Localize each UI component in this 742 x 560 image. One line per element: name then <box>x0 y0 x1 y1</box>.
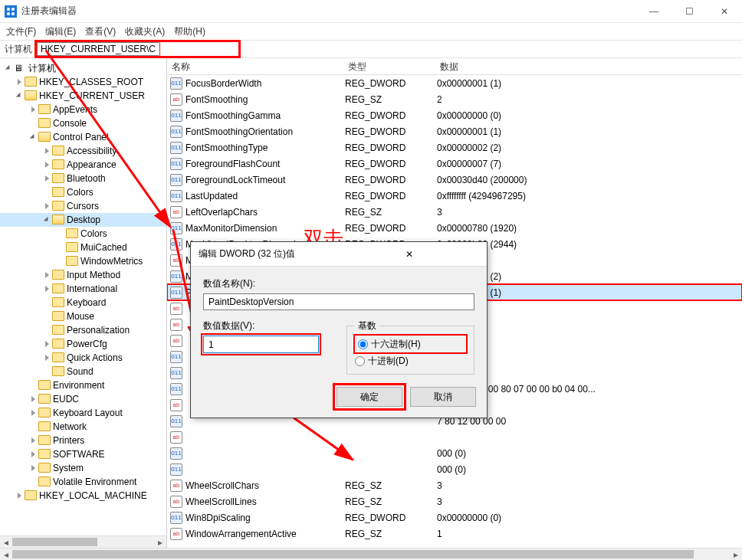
hscroll-thumb[interactable] <box>12 538 97 546</box>
chevron-icon[interactable] <box>41 286 52 292</box>
tree-item-hkey-local-machine[interactable]: HKEY_LOCAL_MACHINE <box>0 489 166 503</box>
tree-item-accessibility[interactable]: Accessibility <box>0 144 166 158</box>
chevron-icon[interactable] <box>41 175 52 182</box>
tree-item-hkey-classes-root[interactable]: HKEY_CLASSES_ROOT <box>0 75 166 89</box>
menu-favorites[interactable]: 收藏夹(A) <box>125 25 165 38</box>
tree-item-colors[interactable]: Colors <box>0 185 166 199</box>
list-row[interactable]: 011 000 (0) <box>167 445 742 461</box>
col-type[interactable]: 类型 <box>343 58 435 74</box>
tree-item-powercfg[interactable]: PowerCfg <box>0 337 166 351</box>
list-row[interactable]: 011Win8DpiScalingREG_DWORD0x00000000 (0) <box>167 509 742 526</box>
chevron-icon[interactable] <box>14 79 25 85</box>
radio-hex-row[interactable]: 十六进制(H) <box>355 336 466 352</box>
tree-item-desktop[interactable]: Desktop <box>0 213 166 227</box>
chevron-icon[interactable] <box>28 437 38 444</box>
tree-item-appevents[interactable]: AppEvents <box>0 103 166 116</box>
hscroll-right-icon[interactable]: ▸ <box>154 536 166 548</box>
close-button[interactable]: ✕ <box>707 0 742 22</box>
tree-item--[interactable]: 计算机 <box>0 61 166 75</box>
tree-label: Keyboard <box>67 297 106 308</box>
tree-item-cursors[interactable]: Cursors <box>0 199 166 213</box>
maximize-button[interactable]: ☐ <box>671 0 707 22</box>
list-row[interactable]: ab <box>167 429 742 445</box>
hscroll-thumb[interactable] <box>12 550 694 558</box>
list-row[interactable]: 011ForegroundFlashCountREG_DWORD0x000000… <box>167 156 742 172</box>
hscroll-left-icon[interactable]: ◂ <box>0 536 12 548</box>
list-row[interactable]: 011 000 (0) <box>167 461 742 477</box>
radio-dec[interactable] <box>355 356 365 366</box>
window-hscroll[interactable]: ◂ ▸ <box>0 548 742 560</box>
list-row[interactable]: abWheelScrollLinesREG_SZ3 <box>167 493 742 509</box>
tree-item-volatile-environment[interactable]: Volatile Environment <box>0 475 166 489</box>
chevron-icon[interactable] <box>41 355 52 361</box>
tree-item-printers[interactable]: Printers <box>0 434 166 447</box>
hscroll-left-icon[interactable]: ◂ <box>0 549 12 560</box>
list-row[interactable]: 011FontSmoothingOrientationREG_DWORD0x00… <box>167 123 742 139</box>
hscroll-right-icon[interactable]: ▸ <box>730 549 742 560</box>
chevron-icon[interactable] <box>28 465 38 471</box>
chevron-icon[interactable] <box>28 134 38 140</box>
tree-item-sound[interactable]: Sound <box>0 365 166 378</box>
tree-item-bluetooth[interactable]: Bluetooth <box>0 172 166 185</box>
tree-item-international[interactable]: International <box>0 282 166 296</box>
tree-item-software[interactable]: SOFTWARE <box>0 447 166 461</box>
value-data-input[interactable] <box>203 336 319 353</box>
tree-hscroll[interactable]: ◂ ▸ <box>0 535 166 548</box>
cancel-button[interactable]: 取消 <box>410 387 476 407</box>
tree-item-network[interactable]: Network <box>0 420 166 434</box>
tree-item-mouse[interactable]: Mouse <box>0 309 166 323</box>
chevron-icon[interactable] <box>41 148 52 154</box>
col-data[interactable]: 数据 <box>435 58 742 74</box>
dialog-close-icon[interactable]: ✕ <box>339 249 479 260</box>
string-icon: ab <box>170 206 182 218</box>
chevron-icon[interactable] <box>28 396 38 402</box>
tree-item-personalization[interactable]: Personalization <box>0 323 166 337</box>
list-row[interactable]: 011FocusBorderWidthREG_DWORD0x00000001 (… <box>167 75 742 91</box>
chevron-icon[interactable] <box>41 203 52 209</box>
list-row[interactable]: abWheelScrollCharsREG_SZ3 <box>167 477 742 493</box>
tree-item-muicached[interactable]: MuiCached <box>0 241 166 254</box>
chevron-icon[interactable] <box>3 65 14 71</box>
chevron-icon[interactable] <box>41 341 52 347</box>
dialog-titlebar[interactable]: 编辑 DWORD (32 位)值 ✕ <box>191 242 487 267</box>
menu-edit[interactable]: 编辑(E) <box>45 25 76 38</box>
tree-item-appearance[interactable]: Appearance <box>0 158 166 172</box>
list-row[interactable]: 011MaxMonitorDimensionREG_DWORD0x0000078… <box>167 220 742 236</box>
tree-item-input-method[interactable]: Input Method <box>0 268 166 282</box>
list-row[interactable]: 011FontSmoothingTypeREG_DWORD0x00000002 … <box>167 139 742 156</box>
radio-hex[interactable] <box>358 339 368 349</box>
chevron-icon[interactable] <box>41 217 52 223</box>
tree-item-eudc[interactable]: EUDC <box>0 392 166 406</box>
list-row[interactable]: abWindowArrangementActiveREG_SZ1 <box>167 526 742 542</box>
address-input[interactable] <box>37 42 159 56</box>
tree-item-control-panel[interactable]: Control Panel <box>0 130 166 144</box>
minimize-button[interactable]: — <box>636 0 671 22</box>
tree-item-quick-actions[interactable]: Quick Actions <box>0 351 166 365</box>
chevron-icon[interactable] <box>28 451 38 457</box>
tree-item-system[interactable]: System <box>0 461 166 475</box>
chevron-icon[interactable] <box>28 106 38 113</box>
tree-item-hkey-current-user[interactable]: HKEY_CURRENT_USER <box>0 89 166 103</box>
radio-dec-row[interactable]: 十进制(D) <box>355 352 466 369</box>
list-row[interactable]: abFontSmoothingREG_SZ2 <box>167 91 742 107</box>
tree-item-console[interactable]: Console <box>0 116 166 130</box>
tree-item-environment[interactable]: Environment <box>0 378 166 392</box>
list-row[interactable]: 011LastUpdatedREG_DWORD0xffffffff (42949… <box>167 188 742 204</box>
chevron-icon[interactable] <box>14 493 25 499</box>
chevron-icon[interactable] <box>14 93 25 99</box>
ok-button[interactable]: 确定 <box>337 387 402 407</box>
chevron-icon[interactable] <box>28 410 38 416</box>
menu-help[interactable]: 帮助(H) <box>174 25 205 38</box>
list-row[interactable]: abLeftOverlapCharsREG_SZ3 <box>167 204 742 220</box>
tree-item-keyboard-layout[interactable]: Keyboard Layout <box>0 406 166 420</box>
chevron-icon[interactable] <box>41 162 52 168</box>
list-row[interactable]: 011FontSmoothingGammaREG_DWORD0x00000000… <box>167 107 742 123</box>
chevron-icon[interactable] <box>41 272 52 278</box>
tree-item-colors[interactable]: Colors <box>0 227 166 241</box>
tree-item-keyboard[interactable]: Keyboard <box>0 296 166 309</box>
col-name[interactable]: 名称 <box>167 58 343 74</box>
menu-view[interactable]: 查看(V) <box>85 25 116 38</box>
list-row[interactable]: 011ForegroundLockTimeoutREG_DWORD0x00030… <box>167 172 742 188</box>
menu-file[interactable]: 文件(F) <box>6 25 36 38</box>
tree-item-windowmetrics[interactable]: WindowMetrics <box>0 254 166 268</box>
